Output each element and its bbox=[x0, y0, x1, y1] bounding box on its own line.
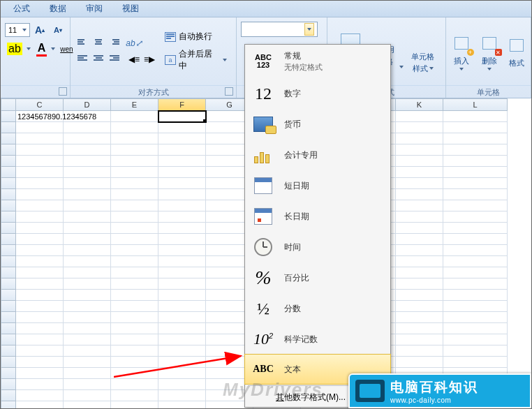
cell[interactable] bbox=[396, 122, 443, 133]
align-top-left[interactable] bbox=[75, 36, 90, 51]
cell[interactable] bbox=[16, 290, 64, 301]
cell[interactable] bbox=[16, 178, 64, 189]
cell[interactable] bbox=[443, 200, 508, 211]
cell[interactable] bbox=[111, 301, 158, 312]
cell[interactable] bbox=[111, 312, 158, 323]
cell[interactable] bbox=[396, 312, 443, 323]
wrap-text-button[interactable]: 自动换行 bbox=[160, 29, 232, 45]
cell[interactable] bbox=[396, 290, 443, 301]
font-color-button[interactable]: A bbox=[34, 41, 58, 57]
cell[interactable] bbox=[64, 301, 111, 312]
row-header[interactable] bbox=[1, 379, 16, 390]
dialog-launcher-icon[interactable] bbox=[225, 87, 233, 96]
row-header[interactable] bbox=[1, 267, 16, 278]
row-header[interactable] bbox=[1, 223, 16, 234]
cell[interactable] bbox=[443, 278, 508, 290]
cell[interactable] bbox=[158, 144, 206, 156]
cell[interactable] bbox=[111, 323, 158, 334]
cell[interactable] bbox=[443, 312, 508, 323]
cell[interactable] bbox=[111, 122, 158, 133]
cell[interactable] bbox=[64, 133, 111, 144]
cell[interactable] bbox=[111, 368, 158, 379]
cell[interactable] bbox=[396, 245, 443, 256]
tab-formulas[interactable]: 公式 bbox=[3, 3, 40, 15]
row-header[interactable] bbox=[1, 357, 16, 368]
cell[interactable] bbox=[158, 156, 206, 167]
cell[interactable] bbox=[396, 200, 443, 211]
cell[interactable] bbox=[443, 301, 508, 312]
cell[interactable] bbox=[111, 156, 158, 167]
cell[interactable] bbox=[158, 401, 206, 408]
cell[interactable] bbox=[158, 379, 206, 390]
cell[interactable] bbox=[16, 245, 64, 256]
cell[interactable] bbox=[64, 178, 111, 189]
cell[interactable] bbox=[64, 211, 111, 223]
cell[interactable] bbox=[158, 167, 206, 178]
select-all-corner[interactable] bbox=[1, 98, 16, 111]
cell[interactable] bbox=[396, 323, 443, 334]
col-header-E[interactable]: E bbox=[111, 98, 158, 111]
cell[interactable] bbox=[16, 156, 64, 167]
cell[interactable] bbox=[443, 122, 508, 133]
row-header[interactable] bbox=[1, 401, 16, 408]
cell[interactable] bbox=[158, 211, 206, 223]
row-header[interactable] bbox=[1, 301, 16, 312]
cell[interactable] bbox=[158, 323, 206, 334]
cell[interactable] bbox=[443, 178, 508, 189]
cell[interactable] bbox=[64, 167, 111, 178]
row-header[interactable] bbox=[1, 345, 16, 357]
format-option-2[interactable]: 货币 bbox=[245, 109, 390, 140]
cell[interactable] bbox=[111, 133, 158, 144]
cell[interactable] bbox=[396, 301, 443, 312]
decrease-font-button[interactable]: A▾ bbox=[50, 22, 66, 38]
cell[interactable] bbox=[64, 144, 111, 156]
row-header[interactable] bbox=[1, 234, 16, 245]
cell[interactable] bbox=[16, 345, 64, 357]
increase-font-button[interactable]: A▴ bbox=[31, 22, 48, 38]
insert-button[interactable]: + 插入 bbox=[450, 29, 473, 75]
cell[interactable] bbox=[111, 267, 158, 278]
cell[interactable] bbox=[396, 111, 443, 122]
cell[interactable] bbox=[16, 301, 64, 312]
cell[interactable] bbox=[16, 379, 64, 390]
format-button[interactable]: 格式 bbox=[505, 29, 528, 75]
format-option-5[interactable]: 长日期 bbox=[245, 201, 390, 232]
cell[interactable] bbox=[443, 290, 508, 301]
cell[interactable] bbox=[158, 267, 206, 278]
tab-view[interactable]: 视图 bbox=[112, 3, 149, 15]
decrease-indent[interactable]: ◀≡ bbox=[126, 52, 142, 67]
cell[interactable] bbox=[16, 256, 64, 267]
cell[interactable] bbox=[158, 357, 206, 368]
cell[interactable] bbox=[111, 223, 158, 234]
cell[interactable] bbox=[443, 223, 508, 234]
cell[interactable] bbox=[64, 357, 111, 368]
cell[interactable] bbox=[111, 379, 158, 390]
cell[interactable] bbox=[396, 167, 443, 178]
cell[interactable] bbox=[64, 234, 111, 245]
cell[interactable] bbox=[158, 234, 206, 245]
format-option-8[interactable]: ½分数 bbox=[245, 293, 390, 324]
cell[interactable] bbox=[64, 189, 111, 200]
row-header[interactable] bbox=[1, 156, 16, 167]
cell[interactable] bbox=[396, 278, 443, 290]
align-top-right[interactable] bbox=[107, 36, 122, 51]
row-header[interactable] bbox=[1, 256, 16, 267]
cell[interactable] bbox=[158, 301, 206, 312]
row-header[interactable] bbox=[1, 189, 16, 200]
align-right[interactable] bbox=[107, 52, 122, 67]
cell[interactable] bbox=[111, 178, 158, 189]
col-header-D[interactable]: D bbox=[64, 98, 111, 111]
cell[interactable] bbox=[111, 167, 158, 178]
cell[interactable] bbox=[64, 312, 111, 323]
col-header-C[interactable]: C bbox=[16, 98, 64, 111]
row-header[interactable] bbox=[1, 144, 16, 156]
cell[interactable] bbox=[396, 189, 443, 200]
cell[interactable] bbox=[396, 256, 443, 267]
cell[interactable] bbox=[158, 189, 206, 200]
format-option-4[interactable]: 短日期 bbox=[245, 170, 390, 201]
row-header[interactable] bbox=[1, 111, 16, 122]
cell[interactable] bbox=[64, 368, 111, 379]
delete-button[interactable]: ✕ 删除 bbox=[478, 29, 501, 75]
cell[interactable] bbox=[64, 334, 111, 345]
cell[interactable] bbox=[443, 245, 508, 256]
